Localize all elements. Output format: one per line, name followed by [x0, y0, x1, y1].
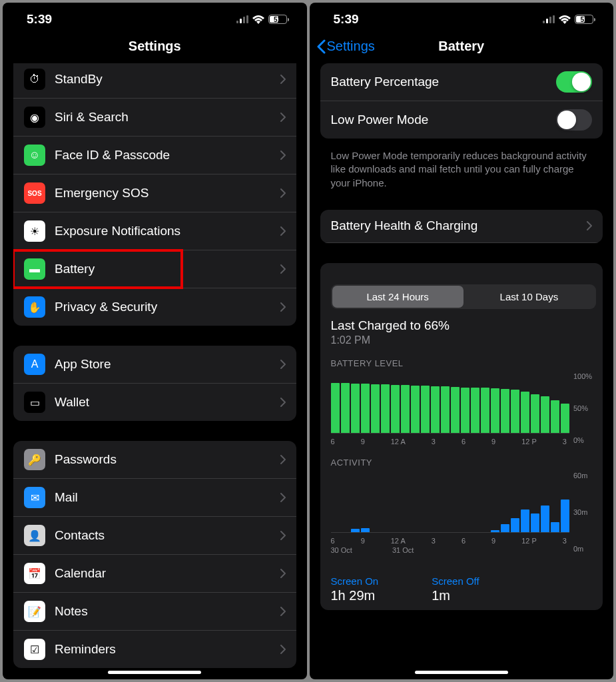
- sos-icon: SOS: [24, 182, 45, 204]
- chart-bar: [401, 385, 410, 433]
- segment-0[interactable]: Last 24 Hours: [332, 286, 463, 308]
- reminders-icon: ☑: [24, 639, 45, 660]
- settings-row-passwords[interactable]: 🔑Passwords: [13, 441, 296, 479]
- row-label: Notes: [55, 604, 280, 619]
- passwords-icon: 🔑: [24, 449, 45, 470]
- row-label: Exposure Notifications: [55, 224, 280, 238]
- screen-on-value: 1h 29m: [331, 588, 379, 603]
- chart-bar: [421, 386, 430, 433]
- home-indicator[interactable]: [108, 671, 201, 674]
- mail-icon: ✉: [24, 487, 45, 508]
- home-indicator[interactable]: [415, 671, 508, 674]
- page-title: Battery: [438, 39, 484, 54]
- screen-off-label: Screen Off: [432, 575, 479, 587]
- settings-row-sos[interactable]: SOSEmergency SOS: [13, 174, 296, 212]
- segment-1[interactable]: Last 10 Days: [463, 286, 595, 308]
- settings-row-exposure[interactable]: ☀Exposure Notifications: [13, 212, 296, 250]
- wifi-icon: [559, 15, 571, 24]
- page-title: Settings: [129, 39, 181, 54]
- settings-row-privacy[interactable]: ✋Privacy & Security: [13, 288, 296, 326]
- screen-on-label: Screen On: [331, 575, 379, 587]
- chevron-right-icon: [280, 75, 286, 84]
- privacy-icon: ✋: [24, 296, 45, 318]
- row-label: Battery: [55, 262, 280, 276]
- settings-row-mail[interactable]: ✉Mail: [13, 479, 296, 517]
- time-range-segmented[interactable]: Last 24 HoursLast 10 Days: [331, 284, 597, 309]
- settings-group: 🔑Passwords✉Mail👤Contacts📅Calendar📝Notes☑…: [13, 441, 296, 668]
- chevron-right-icon: [280, 226, 286, 236]
- usage-summary: Screen On 1h 29m Screen Off 1m: [331, 566, 597, 603]
- settings-row-wallet[interactable]: ▭Wallet: [13, 384, 296, 421]
- chevron-right-icon: [280, 607, 286, 616]
- chart-bar: [541, 396, 550, 433]
- battery-icon: ▬: [24, 258, 45, 280]
- lpm-description: Low Power Mode temporarily reduces backg…: [320, 144, 603, 190]
- row-label: Reminders: [55, 642, 280, 657]
- chart-bar: [381, 384, 390, 433]
- chevron-right-icon: [280, 645, 286, 654]
- back-button[interactable]: Settings: [316, 39, 375, 54]
- chevron-left-icon: [316, 39, 326, 54]
- settings-row-contacts[interactable]: 👤Contacts: [13, 517, 296, 555]
- settings-list[interactable]: ⏱StandBy◉Siri & Search☺Face ID & Passcod…: [3, 63, 307, 679]
- appstore-icon: A: [24, 354, 45, 375]
- notes-icon: 📝: [24, 601, 45, 622]
- pct-row: Battery Percentage: [320, 63, 603, 101]
- pct-toggle[interactable]: [556, 71, 592, 93]
- row-label: Siri & Search: [55, 110, 280, 125]
- lpm-toggle[interactable]: [556, 109, 592, 131]
- chart-bar: [471, 388, 480, 433]
- chart-bar: [451, 387, 460, 433]
- chevron-right-icon: [587, 221, 592, 230]
- chart-bar: [351, 529, 360, 532]
- chart-bar: [531, 513, 540, 531]
- toggle-label: Low Power Mode: [331, 113, 557, 127]
- wifi-icon: [252, 15, 264, 24]
- settings-row-standby[interactable]: ⏱StandBy: [13, 63, 296, 99]
- chart-bar: [561, 500, 570, 532]
- row-label: StandBy: [55, 72, 280, 87]
- chevron-right-icon: [280, 360, 286, 369]
- settings-row-battery[interactable]: ▬Battery: [13, 250, 296, 288]
- status-bar: 5:39 51: [3, 3, 307, 32]
- row-label: Contacts: [55, 528, 280, 543]
- settings-row-calendar[interactable]: 📅Calendar: [13, 555, 296, 593]
- chart-bar: [411, 386, 420, 433]
- health-group: Battery Health & Charging: [320, 210, 603, 243]
- status-indicators: 51: [543, 15, 593, 24]
- settings-screen: 5:39 51 Settings ⏱StandBy◉Siri & Search☺…: [3, 3, 307, 679]
- row-label: Privacy & Security: [55, 300, 280, 314]
- chart-bar: [341, 383, 350, 433]
- settings-row-appstore[interactable]: AApp Store: [13, 346, 296, 384]
- chart-bar: [531, 394, 540, 433]
- chevron-right-icon: [280, 113, 286, 122]
- calendar-icon: 📅: [24, 563, 45, 584]
- chevron-right-icon: [280, 302, 286, 312]
- chart-bar: [461, 388, 470, 433]
- row-label: Emergency SOS: [55, 186, 280, 200]
- row-label: Mail: [55, 490, 280, 505]
- last-charged-time: 1:02 PM: [331, 334, 597, 346]
- settings-row-faceid[interactable]: ☺Face ID & Passcode: [13, 137, 296, 174]
- chevron-right-icon: [280, 493, 286, 502]
- usage-card: Last 24 HoursLast 10 Days Last Charged t…: [320, 263, 603, 610]
- siri-icon: ◉: [24, 107, 45, 128]
- settings-group: ⏱StandBy◉Siri & Search☺Face ID & Passcod…: [13, 63, 296, 326]
- battery-health-row[interactable]: Battery Health & Charging: [320, 210, 603, 243]
- chart-bar: [481, 388, 490, 432]
- row-label: Passwords: [55, 452, 280, 467]
- cellular-icon: [236, 15, 248, 23]
- settings-row-notes[interactable]: 📝Notes: [13, 593, 296, 631]
- chart-bar: [521, 510, 530, 531]
- row-label: Calendar: [55, 566, 280, 581]
- chart-bar: [361, 384, 370, 433]
- settings-row-reminders[interactable]: ☑Reminders: [13, 631, 296, 668]
- settings-row-siri[interactable]: ◉Siri & Search: [13, 99, 296, 137]
- battery-level-chart: 6912 A36912 P3 100%50%0%: [331, 372, 597, 446]
- chevron-right-icon: [280, 531, 286, 540]
- row-label: Wallet: [55, 395, 280, 410]
- battery-content[interactable]: Battery PercentageLow Power Mode Low Pow…: [310, 63, 614, 679]
- chart-bar: [351, 384, 360, 433]
- faceid-icon: ☺: [24, 145, 45, 166]
- chart-bar: [511, 518, 520, 532]
